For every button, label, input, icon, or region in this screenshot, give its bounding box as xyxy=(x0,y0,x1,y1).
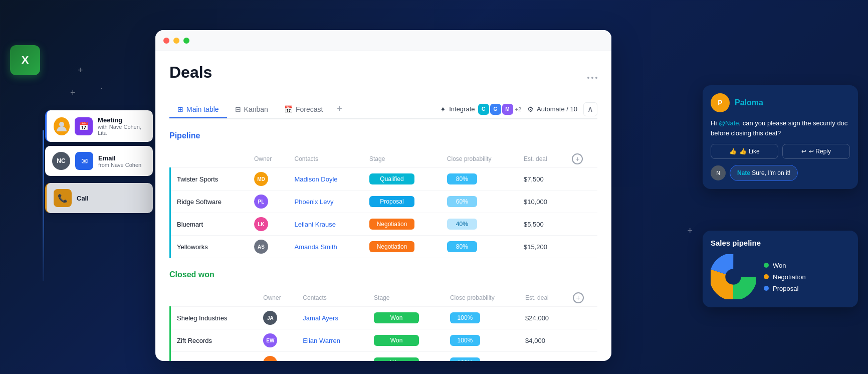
pipeline-row-contact[interactable]: Madison Doyle xyxy=(289,168,363,191)
col-pipeline-owner: Owner xyxy=(248,150,289,168)
closed-won-row-stage[interactable]: Won xyxy=(368,307,444,329)
page-title: Deals xyxy=(169,63,212,82)
col-won-stage: Stage xyxy=(368,289,444,307)
tab-add-button[interactable]: + xyxy=(331,100,348,118)
collapse-button[interactable]: ∧ xyxy=(583,102,597,116)
pipeline-row-stage[interactable]: Qualified xyxy=(363,168,441,191)
pipeline-table-row: Yelloworks AS Amanda Smith Negotiation 8… xyxy=(170,236,598,258)
tab-kanban[interactable]: ⊟ Kanban xyxy=(227,101,276,118)
closed-won-table-row: Zift Records EW Elian Warren Won 100% $4… xyxy=(170,329,598,352)
traffic-light-red[interactable] xyxy=(163,38,169,44)
main-window: Deals ⊞ Main table ⊟ Kanban 📅 Forecast + xyxy=(155,30,611,361)
tab-forecast[interactable]: 📅 Forecast xyxy=(276,101,331,118)
traffic-light-green[interactable] xyxy=(183,38,189,44)
closed-won-row-stage[interactable]: Won xyxy=(368,352,444,361)
pipeline-row-name[interactable]: Yelloworks xyxy=(170,236,248,258)
closed-won-row-est-deal: $18,100 xyxy=(519,352,567,361)
pipeline-row-actions xyxy=(566,213,597,236)
col-won-contacts: Contacts xyxy=(297,289,368,307)
col-pipeline-contacts: Contacts xyxy=(289,150,363,168)
call-icon: 📞 xyxy=(54,189,72,207)
traffic-light-yellow[interactable] xyxy=(173,38,179,44)
col-won-owner: Owner xyxy=(257,289,297,307)
closed-won-section-header: Closed won xyxy=(169,270,597,285)
closed-won-row-contact[interactable]: Jamal Ayers xyxy=(297,307,368,329)
more-menu-button[interactable] xyxy=(587,77,597,79)
like-button[interactable]: 👍 👍 Like xyxy=(711,144,778,159)
pipeline-row-actions xyxy=(566,168,597,191)
col-pipeline-stage: Stage xyxy=(363,150,441,168)
badge-cyan: C xyxy=(478,104,489,115)
closed-won-add-button[interactable]: + xyxy=(573,292,584,303)
pipeline-row-contact[interactable]: Amanda Smith xyxy=(289,236,363,258)
closed-won-row-est-deal: $24,000 xyxy=(519,307,567,329)
pipeline-row-contact[interactable]: Phoenix Levy xyxy=(289,191,363,213)
automate-icon: ⚙ xyxy=(527,105,534,113)
closed-won-row-contact[interactable]: Sam Spillberg xyxy=(297,352,368,361)
pipeline-row-owner: MD xyxy=(248,168,289,191)
closed-won-table: Owner Contacts Stage Close probability E… xyxy=(169,289,597,361)
activity-meeting[interactable]: 📅 Meeting with Nave Cohen, Lita xyxy=(45,110,153,142)
pipeline-row-name[interactable]: Bluemart xyxy=(170,213,248,236)
excel-icon: X xyxy=(10,45,40,75)
pipeline-row-est-deal: $5,500 xyxy=(518,213,566,236)
pipeline-row-stage[interactable]: Proposal xyxy=(363,191,441,213)
meeting-avatar xyxy=(54,117,70,135)
badge-blue: G xyxy=(490,104,501,115)
chat-sender-avatar: P xyxy=(711,93,730,112)
legend-proposal-dot xyxy=(764,286,769,291)
activity-email[interactable]: NC ✉ Email from Nave Cohen xyxy=(45,146,153,176)
closed-won-row-contact[interactable]: Elian Warren xyxy=(297,329,368,352)
pipeline-section-header: Pipeline xyxy=(169,131,597,146)
closed-won-row-actions xyxy=(567,307,597,329)
kanban-icon: ⊟ xyxy=(235,105,241,113)
chat-header: P Paloma xyxy=(711,93,850,112)
legend-proposal: Proposal xyxy=(764,285,806,292)
reply-button[interactable]: ↩ ↩ Reply xyxy=(782,144,850,159)
col-won-prob: Close probability xyxy=(444,289,519,307)
pipeline-row-probability: 80% xyxy=(441,168,518,191)
pipeline-table-row: Twister Sports MD Madison Doyle Qualifie… xyxy=(170,168,598,191)
tab-main-table[interactable]: ⊞ Main table xyxy=(169,101,227,118)
closed-won-row-name[interactable]: Sheleg Industries xyxy=(170,307,258,329)
chat-panel: P Paloma Hi @Nate, can you please sign t… xyxy=(703,85,858,189)
col-pipeline-add: + xyxy=(566,150,597,168)
closed-won-row-name[interactable]: Waissman Gallery xyxy=(170,352,258,361)
chat-actions: 👍 👍 Like ↩ ↩ Reply xyxy=(711,144,850,159)
closed-won-row-owner: SS xyxy=(257,352,297,361)
pipeline-row-stage[interactable]: Negotiation xyxy=(363,213,441,236)
legend-won-dot xyxy=(764,263,769,268)
pipeline-row-actions xyxy=(566,236,597,258)
closed-won-row-name[interactable]: Zift Records xyxy=(170,329,258,352)
integrate-button[interactable]: ✦ Integrate C G M +2 xyxy=(440,104,521,115)
col-pipeline-est: Est. deal xyxy=(518,150,566,168)
svg-point-3 xyxy=(718,261,749,293)
forecast-icon: 📅 xyxy=(284,105,293,113)
pipeline-add-button[interactable]: + xyxy=(572,153,583,164)
pipeline-row-name[interactable]: Twister Sports xyxy=(170,168,248,191)
activity-call[interactable]: 📞 Call xyxy=(45,183,153,213)
meeting-icon: 📅 xyxy=(75,117,93,135)
pipeline-row-contact[interactable]: Leilani Krause xyxy=(289,213,363,236)
star-3: + xyxy=(70,88,76,98)
badge-purple: M xyxy=(502,104,513,115)
pipeline-row-stage[interactable]: Negotiation xyxy=(363,236,441,258)
like-icon: 👍 xyxy=(729,148,737,155)
window-content: Deals ⊞ Main table ⊟ Kanban 📅 Forecast + xyxy=(155,51,611,361)
pipeline-row-est-deal: $15,200 xyxy=(518,236,566,258)
chat-mention: @Nate xyxy=(719,119,739,127)
legend-won: Won xyxy=(764,262,806,269)
automate-button[interactable]: ⚙ Automate / 10 xyxy=(527,105,577,113)
closed-won-table-header: Owner Contacts Stage Close probability E… xyxy=(170,289,598,307)
window-titlebar xyxy=(155,30,611,51)
closed-won-row-actions xyxy=(567,329,597,352)
closed-won-row-stage[interactable]: Won xyxy=(368,329,444,352)
pipeline-row-owner: LK xyxy=(248,213,289,236)
pipeline-row-name[interactable]: Ridge Software xyxy=(170,191,248,213)
pipeline-table-row: Bluemart LK Leilani Krause Negotiation 4… xyxy=(170,213,598,236)
email-avatar: NC xyxy=(52,152,70,170)
pipeline-row-actions xyxy=(566,191,597,213)
left-timeline-line xyxy=(43,130,44,281)
reply-row: N Nate Sure, I'm on it! xyxy=(711,165,850,181)
star-4: + xyxy=(687,226,693,236)
